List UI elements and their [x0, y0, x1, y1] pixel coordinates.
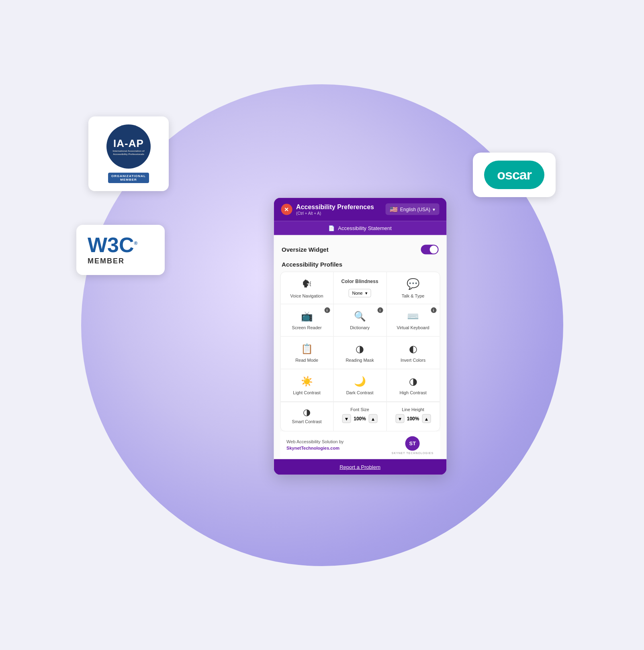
accessibility-panel: ✕ Accessibility Preferences (Ctrl + Alt …: [274, 198, 446, 475]
footer-link[interactable]: SkynetTechnologies.com: [286, 446, 339, 450]
w3c-member-label: MEMBER: [88, 257, 153, 265]
invert-colors-icon: ◐: [409, 343, 417, 354]
virtual-keyboard-label: Virtual Keyboard: [397, 325, 429, 330]
dark-contrast-icon: 🌙: [354, 375, 366, 387]
dictionary-icon: 🔍: [354, 310, 366, 322]
iaap-main-text: IA-AP: [113, 137, 144, 150]
dropdown-arrow-icon: ▾: [365, 290, 368, 295]
voice-navigation-item[interactable]: 🗣 Voice Navigation: [280, 272, 333, 304]
iaap-org-label: ORGANIZATIONAL MEMBER: [108, 173, 149, 183]
virtual-keyboard-icon: ⌨️: [407, 310, 419, 322]
light-contrast-icon: ☀️: [301, 375, 313, 387]
line-height-value: 100%: [406, 416, 420, 421]
row-stepper: ◑ Smart Contrast Font Size ▾ 100% ▴ Line…: [280, 401, 440, 431]
footer-logo-text: SKYNET TECHNOLOGIES: [392, 451, 433, 454]
invert-colors-label: Invert Colors: [401, 357, 425, 362]
talk-type-item[interactable]: 💬 Talk & Type: [386, 272, 440, 304]
high-contrast-item[interactable]: ◑ High Contrast: [386, 369, 440, 401]
invert-colors-item[interactable]: ◐ Invert Colors: [386, 336, 440, 369]
voice-navigation-label: Voice Navigation: [290, 293, 323, 298]
screen-reader-item[interactable]: i 📺 Screen Reader: [280, 304, 333, 336]
iaap-badge: IA-AP International Association of Acces…: [88, 116, 169, 191]
st-logo: ST: [405, 436, 420, 450]
statement-bar[interactable]: 📄 Accessibility Statement: [274, 221, 446, 235]
flag-icon: 🇺🇸: [390, 206, 398, 213]
oscar-logo: oscar: [484, 161, 544, 189]
panel-shortcut: (Ctrl + Alt + A): [296, 211, 374, 215]
screen-reader-icon: 📺: [301, 310, 313, 322]
statement-label: Accessibility Statement: [338, 225, 392, 231]
iaap-sub-text: International Association of Accessibili…: [106, 150, 151, 156]
color-blindness-dropdown[interactable]: None ▾: [348, 289, 371, 297]
screen-reader-info-icon[interactable]: i: [324, 307, 330, 313]
virtual-keyboard-info-icon[interactable]: i: [431, 307, 436, 313]
line-height-label: Line Height: [402, 407, 424, 412]
iaap-circle: IA-AP International Association of Acces…: [106, 124, 151, 169]
dictionary-item[interactable]: i 🔍 Dictionary: [333, 304, 386, 336]
oscar-badge: oscar: [473, 153, 556, 197]
report-problem-button[interactable]: Report a Problem: [274, 459, 446, 475]
font-size-item: Font Size ▾ 100% ▴: [333, 402, 386, 431]
smart-contrast-label: Smart Contrast: [292, 419, 322, 424]
footer-logo: ST SKYNET TECHNOLOGIES: [392, 436, 433, 454]
reading-mask-label: Reading Mask: [346, 357, 374, 362]
font-size-label: Font Size: [350, 407, 369, 412]
close-button[interactable]: ✕: [281, 204, 292, 215]
high-contrast-label: High Contrast: [399, 390, 426, 395]
panel-body: Oversize Widget Accessibility Profiles 🗣…: [274, 235, 446, 459]
language-label: English (USA): [400, 206, 430, 212]
font-size-stepper: ▾ 100% ▴: [342, 414, 378, 423]
accessibility-grid: 🗣 Voice Navigation Color Blindness None …: [280, 271, 440, 431]
line-height-decrease[interactable]: ▾: [395, 414, 404, 423]
read-mode-icon: 📋: [301, 343, 313, 354]
row-contrast: ☀️ Light Contrast 🌙 Dark Contrast ◑ High…: [280, 369, 440, 401]
w3c-registered: ®: [134, 240, 138, 246]
dark-contrast-item[interactable]: 🌙 Dark Contrast: [333, 369, 386, 401]
language-selector[interactable]: 🇺🇸 English (USA) ▾: [386, 204, 439, 215]
row-read-mode: 📋 Read Mode ◑ Reading Mask ◐ Invert Colo…: [280, 336, 440, 369]
smart-contrast-icon: ◑: [303, 407, 311, 417]
talk-type-icon: 💬: [407, 277, 419, 290]
row-screen-reader: i 📺 Screen Reader i 🔍 Dictionary i ⌨️ Vi…: [280, 304, 440, 336]
footer-text-group: Web Accessibility Solution by SkynetTech…: [286, 439, 343, 451]
screen-reader-label: Screen Reader: [292, 325, 322, 330]
line-height-increase[interactable]: ▴: [422, 414, 431, 423]
document-icon: 📄: [328, 225, 335, 231]
line-height-stepper: ▾ 100% ▴: [395, 414, 431, 423]
dictionary-label: Dictionary: [350, 325, 370, 330]
font-size-decrease[interactable]: ▾: [342, 414, 351, 423]
font-size-increase[interactable]: ▴: [369, 414, 378, 423]
profiles-label: Accessibility Profiles: [280, 259, 440, 271]
color-blindness-label: Color Blindness: [341, 278, 378, 284]
panel-header: ✕ Accessibility Preferences (Ctrl + Alt …: [274, 198, 446, 221]
header-title-group: Accessibility Preferences (Ctrl + Alt + …: [296, 203, 374, 215]
oversize-label: Oversize Widget: [282, 246, 329, 253]
dark-contrast-label: Dark Contrast: [346, 390, 374, 395]
smart-contrast-item[interactable]: ◑ Smart Contrast: [280, 402, 333, 431]
virtual-keyboard-item[interactable]: i ⌨️ Virtual Keyboard: [386, 304, 440, 336]
color-blindness-item[interactable]: Color Blindness None ▾: [333, 272, 386, 304]
read-mode-label: Read Mode: [295, 357, 318, 362]
panel-title: Accessibility Preferences: [296, 203, 374, 210]
reading-mask-item[interactable]: ◑ Reading Mask: [333, 336, 386, 369]
read-mode-item[interactable]: 📋 Read Mode: [280, 336, 333, 369]
voice-navigation-icon: 🗣: [302, 277, 312, 290]
dictionary-info-icon[interactable]: i: [377, 307, 383, 313]
light-contrast-item[interactable]: ☀️ Light Contrast: [280, 369, 333, 401]
high-contrast-icon: ◑: [409, 375, 417, 387]
oversize-widget-row: Oversize Widget: [280, 241, 440, 259]
w3c-logo: W3C®: [88, 234, 153, 255]
w3c-badge: W3C® MEMBER: [76, 225, 165, 275]
line-height-item: Line Height ▾ 100% ▴: [386, 402, 440, 431]
font-size-value: 100%: [353, 416, 367, 421]
footer-text-line1: Web Accessibility Solution by: [286, 439, 343, 444]
top-row: 🗣 Voice Navigation Color Blindness None …: [280, 272, 440, 304]
color-blindness-value: None: [352, 291, 362, 295]
chevron-down-icon: ▾: [433, 206, 435, 212]
header-left: ✕ Accessibility Preferences (Ctrl + Alt …: [281, 203, 374, 215]
reading-mask-icon: ◑: [356, 343, 364, 354]
panel-footer: Web Accessibility Solution by SkynetTech…: [280, 431, 440, 459]
oversize-toggle[interactable]: [421, 245, 438, 254]
light-contrast-label: Light Contrast: [293, 390, 320, 395]
talk-type-label: Talk & Type: [402, 293, 425, 298]
